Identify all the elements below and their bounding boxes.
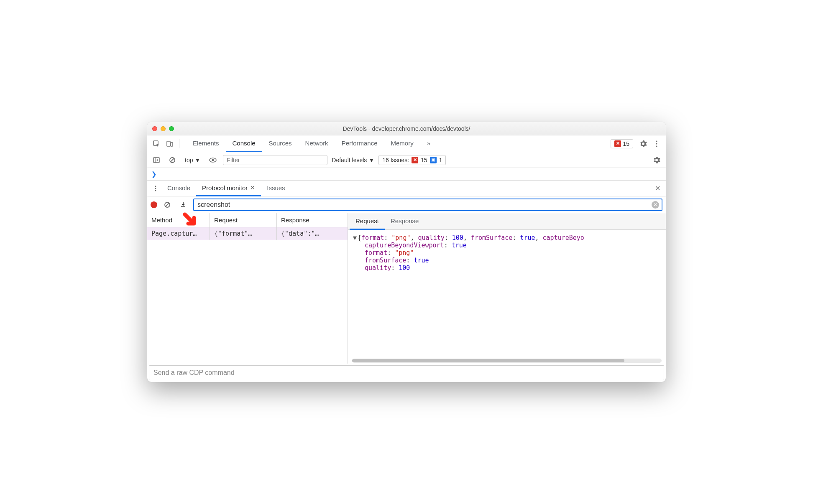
chevron-down-icon: ▼	[194, 157, 200, 163]
detail-tab-request[interactable]: Request	[350, 213, 385, 230]
window-title: DevTools - developer.chrome.com/docs/dev…	[147, 125, 666, 132]
detail-body[interactable]: ▼{format: "png", quality: 100, fromSurfa…	[348, 230, 666, 358]
table-header: Method Request Response	[147, 213, 348, 227]
detail-tab-response[interactable]: Response	[385, 213, 425, 230]
issues-button[interactable]: 16 Issues: ✕ 15 ▣ 1	[378, 155, 446, 165]
disclosure-triangle-icon[interactable]: ▼	[353, 234, 357, 242]
object-summary[interactable]: ▼{format: "png", quality: 100, fromSurfa…	[353, 234, 661, 242]
svg-point-10	[155, 186, 156, 187]
protocol-monitor-body: Method Request Response Page.captur… {"f…	[147, 213, 666, 364]
console-toolbar: top ▼ Default levels ▼ 16 Issues: ✕ 15 ▣…	[147, 152, 666, 168]
svg-point-4	[656, 143, 657, 144]
svg-point-9	[212, 159, 214, 161]
info-icon: ▣	[430, 157, 437, 163]
drawer-tabs: Console Protocol monitor ✕ Issues ✕	[147, 181, 666, 196]
titlebar: DevTools - developer.chrome.com/docs/dev…	[147, 122, 666, 135]
main-toolbar: Elements Console Sources Network Perform…	[147, 135, 666, 152]
cell-request: {"format"…	[210, 227, 277, 240]
inspect-element-icon[interactable]	[151, 138, 162, 150]
clear-input-icon[interactable]: ✕	[652, 201, 659, 209]
drawer-tab-protocol-monitor[interactable]: Protocol monitor ✕	[196, 181, 261, 196]
divider	[179, 139, 179, 148]
drawer-tab-issues[interactable]: Issues	[261, 181, 291, 196]
panel-tabs: Elements Console Sources Network Perform…	[186, 135, 437, 152]
prompt-chevron-icon: ❯	[151, 171, 157, 178]
col-response[interactable]: Response	[277, 213, 348, 227]
context-value: top	[185, 157, 193, 163]
kebab-menu-icon[interactable]	[651, 138, 662, 150]
cell-response: {"data":"…	[277, 227, 348, 240]
error-icon: ✕	[412, 157, 418, 163]
device-toggle-icon[interactable]	[164, 138, 176, 150]
log-level-selector[interactable]: Default levels ▼	[332, 157, 374, 163]
live-expression-icon[interactable]	[207, 154, 219, 166]
close-drawer-icon[interactable]: ✕	[652, 183, 663, 194]
protocol-monitor-toolbar: ✕	[147, 196, 666, 213]
settings-gear-icon[interactable]	[637, 138, 649, 150]
svg-point-12	[155, 190, 156, 191]
error-icon: ✕	[614, 140, 621, 147]
cdp-command-input[interactable]	[153, 369, 660, 377]
tab-memory[interactable]: Memory	[384, 135, 420, 152]
svg-point-11	[155, 188, 156, 189]
svg-rect-1	[167, 141, 170, 146]
tab-performance[interactable]: Performance	[335, 135, 384, 152]
col-method[interactable]: Method	[147, 213, 210, 227]
console-filter-input[interactable]	[223, 155, 327, 165]
protocol-filter-input[interactable]	[193, 199, 662, 211]
object-prop: format: "png"	[353, 249, 661, 257]
console-prompt[interactable]: ❯	[147, 168, 666, 181]
tab-network[interactable]: Network	[299, 135, 335, 152]
col-request[interactable]: Request	[210, 213, 277, 227]
tab-elements[interactable]: Elements	[186, 135, 226, 152]
horizontal-scrollbar[interactable]	[352, 359, 662, 363]
error-count-badge[interactable]: ✕ 15	[611, 139, 633, 148]
clear-log-icon[interactable]	[161, 199, 173, 211]
chevron-down-icon: ▼	[368, 157, 374, 163]
download-icon[interactable]	[177, 199, 189, 211]
object-prop: captureBeyondViewport: true	[353, 242, 661, 249]
record-button[interactable]	[151, 201, 157, 208]
error-count: 15	[623, 140, 629, 147]
console-settings-gear-icon[interactable]	[651, 154, 662, 166]
tab-console[interactable]: Console	[226, 135, 262, 152]
drawer-tab-console[interactable]: Console	[161, 181, 196, 196]
detail-pane: Request Response ▼{format: "png", qualit…	[348, 213, 666, 364]
clear-console-icon[interactable]	[166, 154, 178, 166]
tab-overflow[interactable]: »	[420, 135, 437, 152]
context-selector[interactable]: top ▼	[182, 156, 203, 164]
cell-method: Page.captur…	[147, 227, 210, 240]
svg-point-3	[656, 140, 657, 142]
object-prop: quality: 100	[353, 264, 661, 272]
toggle-sidebar-icon[interactable]	[151, 154, 162, 166]
tab-sources[interactable]: Sources	[262, 135, 299, 152]
svg-point-5	[656, 145, 657, 147]
close-tab-icon[interactable]: ✕	[250, 184, 255, 191]
cdp-command-input-wrap	[149, 365, 664, 380]
devtools-window: DevTools - developer.chrome.com/docs/dev…	[147, 122, 666, 382]
table-row[interactable]: Page.captur… {"format"… {"data":"…	[147, 227, 348, 240]
detail-tabs: Request Response	[348, 213, 666, 230]
scrollbar-thumb[interactable]	[352, 359, 624, 362]
protocol-table: Method Request Response Page.captur… {"f…	[147, 213, 348, 364]
annotation-arrow-icon	[182, 211, 199, 229]
drawer-kebab-icon[interactable]	[150, 183, 161, 194]
object-prop: fromSurface: true	[353, 257, 661, 264]
svg-rect-2	[171, 143, 173, 146]
